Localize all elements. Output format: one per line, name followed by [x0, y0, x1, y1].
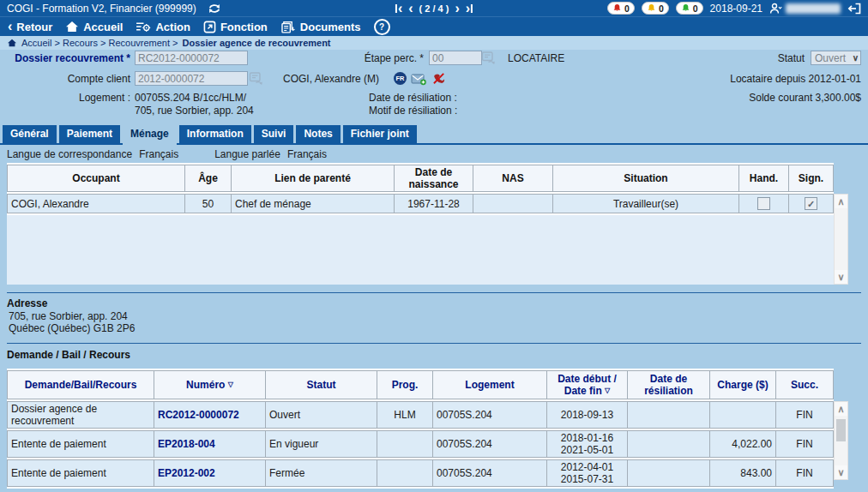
record-pager: ‹ ‹ ( 2 / 4 ) › › — [395, 3, 473, 15]
nav-fonction[interactable]: Fonction — [203, 21, 268, 33]
nav-action[interactable]: Action — [136, 21, 190, 33]
logout-icon — [847, 3, 861, 15]
app-window: COGI - Formation V2, Financier (999999) … — [0, 0, 868, 492]
etape-lookup-icon[interactable] — [481, 51, 496, 65]
mail-add-icon[interactable] — [411, 73, 427, 86]
record-numero-link[interactable]: RC2012-0000072 — [154, 401, 266, 429]
col-naissance: Date de naissance — [395, 165, 473, 192]
nav-retour[interactable]: ‹ Retour — [8, 21, 52, 33]
col-situation: Situation — [553, 165, 739, 192]
etape-perc-label: Étape perc. * — [309, 52, 424, 64]
tab-fichier-joint[interactable]: Fichier joint — [343, 125, 417, 143]
household-header-row: Occupant Âge Lien de parenté Date de nai… — [7, 165, 834, 192]
col-resiliation: Date de résiliation — [628, 370, 710, 399]
compte-client-field — [135, 71, 248, 86]
breadcrumb-home-icon[interactable] — [7, 39, 17, 47]
first-record-button[interactable]: ‹ — [395, 3, 402, 15]
logement-value-line2: 705, rue Sorbier, app. 204 — [135, 105, 254, 117]
record-numero-link[interactable]: EP2012-002 — [154, 459, 266, 487]
section-divider — [7, 343, 861, 344]
language-row: Langue de correspondance Français Langue… — [7, 148, 327, 160]
records-header-row: Demande/Bail/Recours Numéro ▽ Statut Pro… — [7, 370, 834, 399]
tab-notes[interactable]: Notes — [296, 125, 340, 143]
tab-menage[interactable]: Ménage — [123, 125, 177, 145]
record-charge: 843.00 — [710, 459, 776, 487]
logout-button[interactable] — [847, 3, 861, 15]
record-resiliation — [628, 401, 710, 429]
alert-green-count: 0 — [693, 3, 698, 14]
tab-information[interactable]: Information — [179, 125, 251, 143]
record-numero-link[interactable]: EP2018-004 — [154, 430, 266, 458]
documents-icon — [280, 21, 296, 33]
record-row[interactable]: Dossier agence de recouvrement RC2012-00… — [7, 401, 834, 429]
occupant-name: COGI, Alexandre — [7, 194, 185, 213]
home-icon — [65, 21, 79, 33]
last-record-button[interactable]: › — [466, 3, 473, 15]
alert-green-badge[interactable]: 0 — [676, 2, 703, 15]
user-icon — [769, 3, 782, 15]
dossier-form: Dossier recouvrement * Étape perc. * LOC… — [0, 50, 868, 125]
nav-documents[interactable]: Documents — [280, 21, 361, 33]
breadcrumb-current: Dossier agence de recouvrement — [183, 38, 331, 48]
hand-checkbox — [757, 197, 770, 210]
previous-record-button[interactable]: ‹ — [408, 3, 413, 15]
scroll-up-icon[interactable]: ∧ — [835, 195, 847, 208]
occupant-nas — [473, 194, 553, 213]
col-sign: Sign. — [789, 165, 834, 192]
scroll-down-icon[interactable]: ∨ — [835, 465, 847, 479]
nav-documents-label: Documents — [300, 21, 361, 33]
compte-lookup-icon[interactable] — [249, 71, 263, 86]
user-menu[interactable] — [769, 3, 841, 15]
logement-label: Logement : — [0, 92, 130, 104]
tab-suivi[interactable]: Suivi — [254, 125, 294, 143]
household-row[interactable]: COGI, Alexandre 50 Chef de ménage 1967-1… — [7, 194, 834, 213]
bell-yellow-icon — [647, 3, 656, 13]
tab-general[interactable]: Général — [3, 125, 57, 143]
chevron-down-icon: ∨ — [853, 53, 859, 63]
record-succ: FIN — [776, 459, 834, 487]
main-nav-bar: ‹ Retour Accueil Action Fonction — [0, 16, 868, 36]
tab-paiement[interactable]: Paiement — [59, 125, 120, 143]
tab-strip: Général Paiement Ménage Information Suiv… — [0, 125, 868, 145]
record-row[interactable]: Entente de paiement EP2018-004 En vigueu… — [7, 430, 834, 458]
breadcrumb-trail[interactable]: Accueil > Recours > Recouvrement > — [21, 38, 178, 48]
next-record-button[interactable]: › — [455, 3, 459, 15]
breadcrumb: Accueil > Recours > Recouvrement > Dossi… — [0, 36, 868, 50]
col-logement: Logement — [433, 370, 547, 399]
col-dates[interactable]: Date début / Date fin ▽ — [547, 370, 628, 399]
records-table: Demande/Bail/Recours Numéro ▽ Statut Pro… — [7, 369, 834, 492]
record-row[interactable]: Entente de paiement EP2012-002 Fermée 00… — [7, 459, 834, 487]
bell-red-icon — [612, 3, 622, 13]
scroll-up-icon[interactable]: ∧ — [835, 402, 847, 416]
col-numero[interactable]: Numéro ▽ — [154, 370, 266, 399]
household-scrollbar[interactable]: ∧ ∨ — [834, 194, 848, 285]
address-title: Adresse — [7, 297, 47, 309]
back-chevron-icon: ‹ — [8, 21, 12, 33]
section-divider — [7, 292, 861, 293]
client-name: COGI, Alexandre (M) — [283, 73, 379, 85]
action-gear-icon — [136, 21, 151, 33]
record-dates: 2012-04-012015-07-31 — [547, 459, 628, 487]
refresh-swap-icon[interactable] — [207, 3, 222, 15]
hand-cell — [739, 194, 789, 213]
date-resiliation-label: Date de résiliation : — [369, 92, 457, 104]
nav-fonction-label: Fonction — [220, 21, 268, 33]
nav-accueil-label: Accueil — [83, 21, 123, 33]
sign-cell: ✓ — [789, 194, 834, 213]
statut-value: Ouvert — [815, 52, 846, 64]
col-lien: Lien de parenté — [232, 165, 395, 192]
alert-yellow-badge[interactable]: 0 — [642, 2, 669, 15]
current-date: 2018-09-21 — [710, 3, 763, 15]
alert-red-badge[interactable]: 0 — [607, 2, 635, 15]
scroll-thumb[interactable] — [836, 419, 846, 441]
records-scrollbar[interactable]: ∧ ∨ — [834, 401, 848, 480]
scroll-down-icon[interactable]: ∨ — [835, 270, 847, 284]
help-button[interactable]: ? — [374, 19, 390, 35]
dossier-recouvrement-field — [135, 51, 248, 65]
nav-accueil[interactable]: Accueil — [65, 21, 123, 33]
etape-perc-field — [429, 51, 482, 65]
record-succ: FIN — [776, 401, 834, 429]
no-phone-icon[interactable] — [432, 72, 445, 85]
address-line2: Québec (Québec) G1B 2P6 — [9, 322, 135, 334]
record-succ: FIN — [776, 430, 834, 458]
